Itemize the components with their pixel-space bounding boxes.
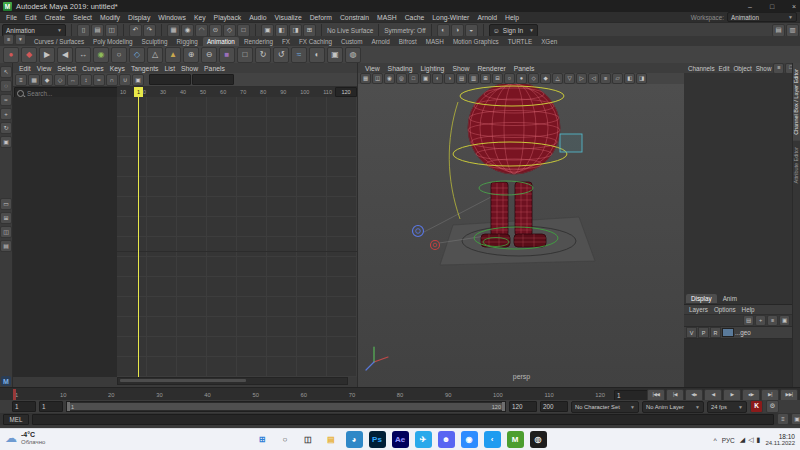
menu-item[interactable]: Show [448,65,473,72]
shelf-tab[interactable]: Rendering [240,37,277,46]
menu-item[interactable]: Cache [401,14,429,21]
clock[interactable]: 18:10 24.11.2022 [765,433,795,448]
menu-item[interactable]: Tangents [128,65,162,72]
layer-flag-toggle[interactable]: R [710,327,721,338]
battery-icon[interactable]: ▮ [757,436,761,444]
sign-in-button[interactable]: ☺ Sign In ▼ [489,24,538,37]
shelf-icon[interactable]: ▶ [39,47,55,63]
snap-icon[interactable]: □ [237,24,250,37]
viewport-toolbar-icon[interactable]: □ [408,73,419,84]
anim-start-field[interactable]: 1 [39,401,63,412]
range-thumb[interactable]: 1 120 [68,403,504,410]
layer-toolbar-icon[interactable]: ≡ [767,315,778,326]
graph-toolbar-icon[interactable]: ▣ [132,74,144,86]
after-effects-icon[interactable]: Ae [392,431,409,448]
menu-item[interactable]: Shading [384,65,417,72]
paint-select-tool-icon[interactable]: ≈ [0,94,12,106]
menu-item[interactable]: Edit [16,65,34,72]
shelf-tab[interactable]: FX Caching [295,37,336,46]
telegram-icon[interactable]: ✈ [415,431,432,448]
menu-item[interactable]: Windows [154,14,190,21]
auto-keyframe-toggle[interactable]: K [750,400,763,413]
viewport-toolbar-icon[interactable]: ▤ [456,73,467,84]
graph-toolbar-icon[interactable]: ▦ [28,74,40,86]
graph-hscrollbar[interactable] [117,377,348,385]
menu-item[interactable]: Audio [245,14,270,21]
menu-item[interactable]: Create [41,14,69,21]
no-live-surface-label[interactable]: No Live Surface [327,27,373,34]
shelf-menu-icon[interactable]: ≡ [3,34,14,45]
layer-toolbar-icon[interactable]: + [755,315,766,326]
character-set-selector[interactable]: No Character Set▼ [571,401,639,413]
graph-curve-area[interactable] [117,97,358,377]
status-icon[interactable]: ▤ [91,24,104,37]
lasso-tool-icon[interactable]: ◌ [0,80,12,92]
range-track[interactable]: 1 120 [66,401,506,412]
minimize-button[interactable]: – [741,0,759,12]
tray-chevron-icon[interactable]: ^ [713,437,716,444]
shelf-icon[interactable]: ◆ [21,47,37,63]
snap-icon[interactable]: ◇ [223,24,236,37]
history-icon[interactable]: ◨ [289,24,302,37]
snap-icon[interactable]: ⊙ [209,24,222,37]
layer-name[interactable]: ...geo [735,329,751,336]
channel-list-area[interactable] [684,73,792,293]
menu-item[interactable]: View [361,65,384,72]
maximize-button[interactable]: □ [763,0,781,12]
viewport-toolbar-icon[interactable]: ▥ [468,73,479,84]
viewport-toolbar-icon[interactable]: ▱ [612,73,623,84]
graph-toolbar-icon[interactable]: ≈ [93,74,105,86]
viewport-toolbar-icon[interactable]: ◫ [372,73,383,84]
menu-item[interactable]: Object [731,65,753,72]
command-input[interactable] [32,414,774,425]
graph-toolbar-icon[interactable]: ∩ [106,74,118,86]
shelf-icon[interactable]: ⊖ [201,47,217,63]
menu-item[interactable]: View [34,65,55,72]
vscode-icon[interactable]: ‹ [484,431,501,448]
shelf-icon[interactable]: ▲ [165,47,181,63]
shelf-tab[interactable]: Motion Graphics [449,37,503,46]
discord-icon[interactable]: ☻ [438,431,455,448]
viewport-toolbar-icon[interactable]: ▣ [420,73,431,84]
menu-item[interactable]: Arnold [473,14,501,21]
menu-item[interactable]: Help [501,14,523,21]
status-icon[interactable]: ◫ [105,24,118,37]
layer-row[interactable]: VPR ...geo [684,327,792,339]
file-explorer-icon[interactable]: ▤ [323,431,340,448]
sidebar-tab[interactable]: Channel Box / Layer Editor [793,63,800,141]
character-head[interactable] [468,84,560,174]
fps-selector[interactable]: 24 fps▼ [707,401,747,413]
shelf-tab[interactable]: Curves / Surfaces [30,37,88,46]
menu-item[interactable]: Key [190,14,210,21]
start-button[interactable]: ⊞ [254,431,271,448]
shelf-icon[interactable]: ▣ [327,47,343,63]
menu-item[interactable]: Playback [210,14,246,21]
layer-editor-tab[interactable]: Display [686,294,717,303]
menu-item[interactable]: Panels [201,65,228,72]
viewport-toolbar-icon[interactable]: ◇ [528,73,539,84]
menu-item[interactable]: MASH [373,14,401,21]
menu-item[interactable]: Layers [686,306,711,313]
viewport-toolbar-icon[interactable]: ▦ [360,73,371,84]
history-icon[interactable]: ▣ [261,24,274,37]
menu-item[interactable]: Visualize [271,14,306,21]
shelf-tab[interactable]: Custom [337,37,367,46]
zoom-icon[interactable]: ◉ [461,431,478,448]
volume-icon[interactable]: ◁ [748,436,753,444]
maya-icon[interactable]: M [507,431,524,448]
anim-layer-selector[interactable]: No Anim Layer▼ [642,401,704,413]
layer-toolbar-icon[interactable]: ▣ [779,315,790,326]
status-icon[interactable]: ▯ [77,24,90,37]
shelf-icon[interactable]: ■ [219,47,235,63]
graph-toolbar-icon[interactable]: ↕ [80,74,92,86]
render-icon[interactable]: ◐ [437,24,450,37]
shelf-tab[interactable]: TURTLE [504,37,536,46]
menu-item[interactable]: Curves [79,65,107,72]
current-time-marker[interactable] [13,389,16,400]
shelf-icon[interactable]: ≈ [291,47,307,63]
wifi-icon[interactable]: ◢ [740,436,745,444]
select-tool-icon[interactable]: ↖ [0,66,12,78]
shelf-options-icon[interactable]: ▾ [15,34,26,45]
shelf-icon[interactable]: ◇ [129,47,145,63]
shelf-icon[interactable]: ◉ [93,47,109,63]
